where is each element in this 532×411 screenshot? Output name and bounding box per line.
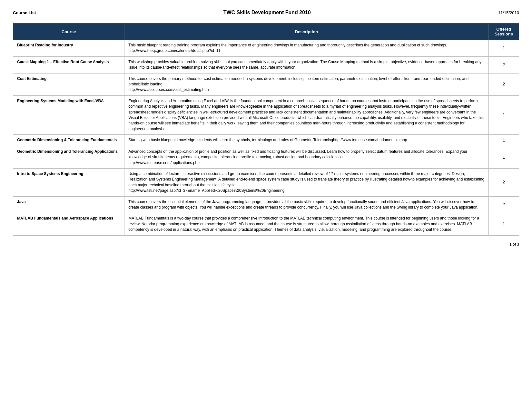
table-row: Geometric Dimensioning and Tolerancing A… bbox=[13, 146, 519, 168]
course-name-cell: Cost Estimating bbox=[13, 73, 124, 95]
table-row: Intro to Space Systems EngineeringUsing … bbox=[13, 169, 519, 197]
course-name-cell: Geometric Dimensioning and Tolerancing A… bbox=[13, 146, 124, 168]
table-row: Geometric Dimensioning & Tolerancing Fun… bbox=[13, 135, 519, 146]
description-cell: This course covers the primary methods f… bbox=[124, 73, 489, 95]
sessions-cell: 2 bbox=[488, 196, 519, 213]
header-left: Course List bbox=[13, 10, 36, 15]
header-center: TWC Skills Development Fund 2010 bbox=[223, 10, 311, 15]
description-cell: This workshop provides valuable problem-… bbox=[124, 56, 489, 73]
description-cell: This course covers the essential element… bbox=[124, 196, 489, 213]
table-row: Engineering Systems Modeling with Excel/… bbox=[13, 95, 519, 134]
sessions-cell: 2 bbox=[488, 169, 519, 197]
col-header-sessions: OfferedSessions bbox=[488, 24, 519, 40]
description-cell: Advanced concepts on the application of … bbox=[124, 146, 489, 168]
table-row: MATLAB Fundamentals and Aerospace Applic… bbox=[13, 213, 519, 235]
course-name-cell: MATLAB Fundamentals and Aerospace Applic… bbox=[13, 213, 124, 235]
course-name-cell: Java bbox=[13, 196, 124, 213]
course-name-cell: Engineering Systems Modeling with Excel/… bbox=[13, 95, 124, 134]
description-cell: MATLAB Fundamentals is a two-day course … bbox=[124, 213, 489, 235]
table-row: Cause Mapping 1 – Effective Root Cause A… bbox=[13, 56, 519, 73]
sessions-cell: 2 bbox=[488, 56, 519, 73]
table-row: JavaThis course covers the essential ele… bbox=[13, 196, 519, 213]
sessions-cell: 1 bbox=[488, 213, 519, 235]
col-header-description: Description bbox=[124, 24, 489, 40]
description-cell: Starting with basic blueprint knowledge,… bbox=[124, 135, 489, 146]
header-right: 11/15/2010 bbox=[498, 10, 519, 15]
course-name-cell: Blueprint Reading for Industry bbox=[13, 40, 124, 57]
table-row: Blueprint Reading for IndustryThis basic… bbox=[13, 40, 519, 57]
page-header: Course List TWC Skills Development Fund … bbox=[13, 10, 519, 15]
description-cell: This basic blueprint reading training pr… bbox=[124, 40, 489, 57]
sessions-cell: 1 bbox=[488, 95, 519, 134]
page-footer: 1 of 3 bbox=[13, 242, 519, 247]
col-header-course: Course bbox=[13, 24, 124, 40]
page-number: 1 of 3 bbox=[509, 242, 519, 247]
sessions-cell: 1 bbox=[488, 146, 519, 168]
sessions-cell: 2 bbox=[488, 73, 519, 95]
sessions-cell: 1 bbox=[488, 40, 519, 57]
course-name-cell: Geometric Dimensioning & Tolerancing Fun… bbox=[13, 135, 124, 146]
description-cell: Using a combination of lecture, interact… bbox=[124, 169, 489, 197]
course-name-cell: Cause Mapping 1 – Effective Root Cause A… bbox=[13, 56, 124, 73]
description-cell: Engineering Analysis and Automation usin… bbox=[124, 95, 489, 134]
course-table: Course Description OfferedSessions Bluep… bbox=[13, 23, 519, 236]
course-name-cell: Intro to Space Systems Engineering bbox=[13, 169, 124, 197]
sessions-cell: 1 bbox=[488, 135, 519, 146]
table-row: Cost EstimatingThis course covers the pr… bbox=[13, 73, 519, 95]
